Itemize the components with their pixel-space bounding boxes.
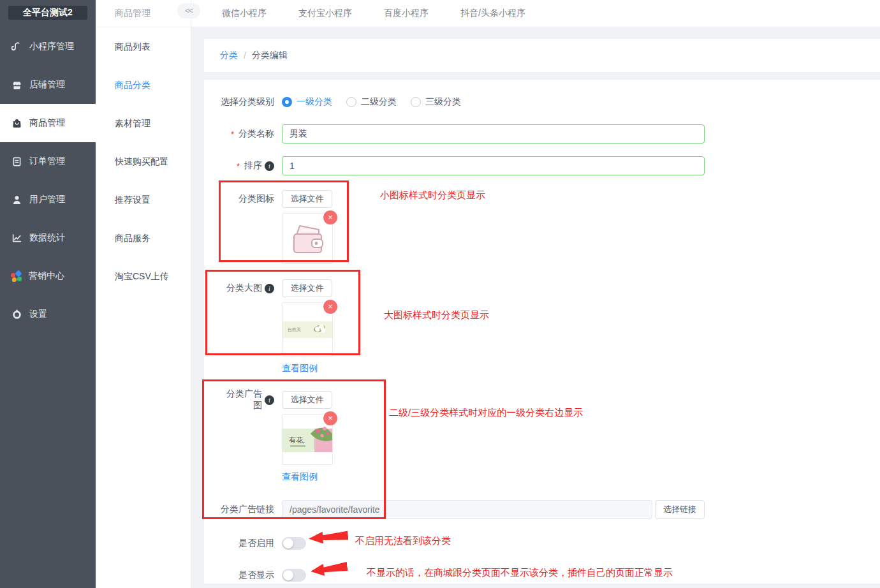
breadcrumb-current: 分类编辑: [252, 50, 288, 61]
icon-choose-file-button[interactable]: 选择文件: [282, 190, 332, 208]
app-layout: 全平台测试2 小程序管理 店铺管理 商品管理: [0, 0, 880, 588]
chart-icon: [11, 232, 22, 244]
ad-image-thumbnail[interactable]: × 有花,: [282, 414, 333, 465]
visible-row: 是否显示: [218, 569, 880, 582]
sidebar-item-marketing[interactable]: 营销中心: [0, 257, 96, 295]
submenu-header: 商品管理: [96, 0, 191, 27]
submenu-item-material[interactable]: 素材管理: [96, 104, 191, 142]
sidebar-item-label: 店铺管理: [29, 79, 65, 91]
marketing-center-icon: [11, 271, 22, 282]
ad-link-input[interactable]: [282, 500, 652, 519]
radio-level-3[interactable]: 三级分类: [411, 96, 461, 108]
breadcrumb: 分类 / 分类编辑: [204, 39, 880, 72]
breadcrumb-separator: /: [244, 50, 246, 61]
sidebar-item-orders[interactable]: 订单管理: [0, 142, 96, 180]
tab-baidu-miniapp[interactable]: 百度小程序: [384, 8, 429, 19]
sidebar-item-label: 订单管理: [29, 156, 65, 167]
category-ad-link-label: 分类广告链接: [218, 500, 274, 519]
choose-link-button[interactable]: 选择链接: [655, 500, 705, 519]
category-level-radio-group: 一级分类 二级分类 三级分类: [282, 96, 461, 108]
app-title[interactable]: 全平台测试2: [8, 6, 87, 20]
submenu-item-product-list[interactable]: 商品列表: [96, 27, 191, 66]
sort-info-icon[interactable]: [265, 161, 274, 171]
enabled-toggle[interactable]: [282, 537, 306, 550]
sidebar-item-statistics[interactable]: 数据统计: [0, 219, 96, 257]
remove-big-image-button[interactable]: ×: [323, 300, 337, 314]
ad-image-choose-file-button[interactable]: 选择文件: [282, 391, 332, 409]
category-name-input[interactable]: [282, 124, 705, 143]
sidebar-item-label: 商品管理: [29, 117, 65, 129]
category-big-image-row: 分类大图 选择文件 × 自然美: [218, 279, 880, 374]
radio-level-2[interactable]: 二级分类: [346, 96, 397, 108]
ad-image-example-link[interactable]: 查看图例: [282, 471, 318, 483]
submenu-item-taobao-csv[interactable]: 淘宝CSV上传: [96, 257, 191, 295]
category-icon-label: 分类图标: [218, 190, 274, 208]
category-name-row: 分类名称: [218, 124, 880, 143]
primary-sidebar: 全平台测试2 小程序管理 店铺管理 商品管理: [0, 0, 96, 588]
radio-dot-icon: [411, 97, 421, 107]
primary-menu: 小程序管理 店铺管理 商品管理 订单管理: [0, 27, 96, 334]
gear-icon: [11, 309, 22, 320]
submenu-item-product-service[interactable]: 商品服务: [96, 219, 191, 257]
category-big-image-label: 分类大图: [218, 279, 274, 297]
category-ad-link-row: 分类广告链接 选择链接: [218, 500, 880, 519]
order-list-icon: [11, 156, 22, 167]
content-area: 分类 / 分类编辑 选择分类级别 一级分类 二级分类: [191, 27, 880, 588]
sidebar-item-shop[interactable]: 店铺管理: [0, 66, 96, 104]
svg-text:有花,: 有花,: [289, 436, 305, 444]
toggle-knob: [283, 570, 293, 580]
submenu-item-recommend[interactable]: 推荐设置: [96, 180, 191, 219]
category-icon-row: 分类图标 选择文件 ×: [218, 190, 880, 264]
breadcrumb-category-link[interactable]: 分类: [220, 50, 238, 61]
tab-douyin-miniapp[interactable]: 抖音/头条小程序: [460, 8, 525, 19]
collapse-sidebar-button[interactable]: <<: [177, 3, 200, 18]
remove-ad-image-button[interactable]: ×: [323, 411, 337, 425]
visible-label: 是否显示: [218, 570, 274, 581]
ad-image-info-icon[interactable]: [265, 395, 274, 405]
enabled-label: 是否启用: [218, 538, 274, 549]
remove-icon-image-button[interactable]: ×: [323, 210, 337, 224]
sidebar-item-label: 营销中心: [29, 270, 64, 282]
miniapp-icon: [11, 41, 22, 52]
category-level-label: 选择分类级别: [218, 96, 274, 108]
visible-toggle[interactable]: [282, 569, 306, 582]
big-image-choose-file-button[interactable]: 选择文件: [282, 279, 332, 297]
category-edit-form-card: 选择分类级别 一级分类 二级分类 三级分类: [204, 80, 880, 584]
submenu-item-quick-buy[interactable]: 快速购买配置: [96, 142, 191, 180]
radio-dot-icon: [346, 97, 356, 107]
svg-text:自然美: 自然美: [288, 327, 301, 332]
tab-wechat-miniapp[interactable]: 微信小程序: [222, 8, 267, 19]
big-image-example-link[interactable]: 查看图例: [282, 363, 318, 374]
sidebar-item-label: 小程序管理: [29, 41, 74, 52]
sidebar-item-miniapp[interactable]: 小程序管理: [0, 27, 96, 66]
radio-level-1[interactable]: 一级分类: [282, 96, 332, 108]
sidebar-item-settings[interactable]: 设置: [0, 295, 96, 334]
sidebar-item-label: 数据统计: [29, 232, 65, 244]
shopping-bag-icon: [11, 117, 22, 129]
shop-icon: [11, 79, 22, 91]
sort-row: 排序: [218, 156, 880, 175]
submenu-item-product-category[interactable]: 商品分类: [96, 66, 191, 104]
sidebar-item-label: 设置: [29, 309, 47, 320]
category-ad-image-row: 分类广告图 选择文件 ×: [218, 391, 880, 483]
category-name-label: 分类名称: [218, 124, 274, 143]
category-ad-image-label: 分类广告图: [218, 391, 274, 409]
big-image-thumbnail[interactable]: × 自然美: [282, 302, 333, 356]
secondary-sidebar: 商品管理 << 商品列表 商品分类 素材管理 快速购买配置 推荐设置 商品服务 …: [96, 0, 191, 588]
main-area: 微信小程序 支付宝小程序 百度小程序 抖音/头条小程序 分类 / 分类编辑 选择…: [191, 0, 880, 588]
platform-tab-bar: 微信小程序 支付宝小程序 百度小程序 抖音/头条小程序: [191, 0, 880, 27]
sidebar-item-label: 用户管理: [29, 194, 65, 205]
icon-thumbnail[interactable]: ×: [282, 213, 333, 264]
toggle-knob: [283, 538, 293, 548]
enabled-row: 是否启用: [218, 537, 880, 550]
category-level-row: 选择分类级别 一级分类 二级分类 三级分类: [218, 96, 880, 108]
sort-label: 排序: [218, 156, 274, 175]
big-image-info-icon[interactable]: [265, 284, 274, 293]
sidebar-item-products[interactable]: 商品管理: [0, 104, 96, 142]
tab-alipay-miniapp[interactable]: 支付宝小程序: [298, 8, 352, 19]
sort-input[interactable]: [282, 156, 705, 175]
sidebar-item-users[interactable]: 用户管理: [0, 180, 96, 219]
user-icon: [11, 194, 22, 205]
radio-dot-icon: [282, 97, 292, 107]
